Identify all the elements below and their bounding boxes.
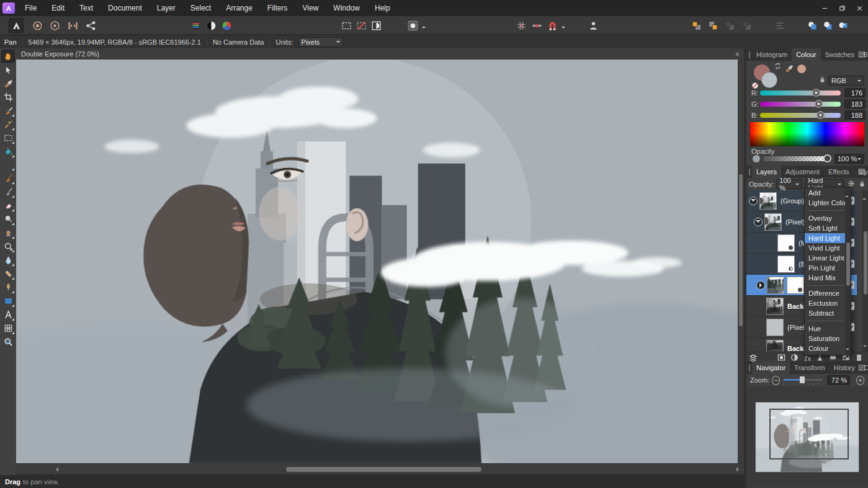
menu-item-subtract[interactable]: Subtract (805, 308, 845, 318)
liquify-persona-icon[interactable] (30, 18, 45, 33)
opacity-slider[interactable] (764, 156, 826, 161)
menu-arrange[interactable]: Arrange (218, 0, 260, 16)
snapping-caret-icon[interactable] (562, 27, 565, 30)
lock-icon[interactable] (819, 76, 826, 84)
menu-edit[interactable]: Edit (44, 0, 72, 16)
canvas-vertical-scrollbar[interactable] (738, 60, 744, 463)
photo-persona-icon[interactable] (9, 18, 24, 33)
adjustment-thumbnail[interactable] (777, 255, 795, 273)
menu-help[interactable]: Help (367, 0, 398, 16)
layer-thumbnail[interactable] (766, 298, 784, 315)
layers-opacity-dropdown[interactable]: 100 % (776, 179, 802, 189)
panel-drag-handle[interactable] (749, 365, 750, 371)
add-layer-effects-icon[interactable]: ƒx (803, 355, 811, 362)
scroll-right-icon[interactable] (736, 467, 741, 472)
zoom-in-icon[interactable]: + (856, 376, 864, 385)
geometry-subtract-icon[interactable] (820, 18, 835, 33)
menu-item-pin-light[interactable]: Pin Light (805, 263, 845, 273)
canvas[interactable] (16, 60, 738, 463)
menu-filters[interactable]: Filters (260, 0, 295, 16)
assistant-icon[interactable] (586, 18, 601, 33)
auto-contrast-icon[interactable] (204, 18, 218, 33)
menu-item-difference[interactable]: Difference (805, 288, 845, 298)
lock-layer-icon[interactable] (859, 180, 866, 189)
toggle-grid-icon[interactable] (514, 18, 529, 33)
scroll-left-icon[interactable] (53, 467, 58, 472)
tab-navigator[interactable]: Navigator (752, 362, 790, 374)
mesh-warp-tool[interactable] (1, 322, 15, 335)
zoom-value-field[interactable]: 72 % (827, 375, 850, 385)
units-dropdown[interactable]: Pixels (298, 37, 343, 47)
layer-thumbnail[interactable] (764, 213, 782, 231)
mask-thumbnail[interactable] (787, 277, 804, 294)
geometry-divide-icon[interactable] (836, 18, 851, 33)
scrollbar-thumb[interactable] (864, 231, 867, 295)
scrollbar-thumb[interactable] (286, 467, 481, 472)
menu-item-lighter-colour[interactable]: Lighter Colour (805, 198, 845, 208)
menu-item-vivid-light[interactable]: Vivid Light (805, 243, 845, 253)
close-document-icon[interactable] (733, 50, 741, 58)
scroll-down-icon[interactable] (846, 348, 849, 352)
snapping-magnet-icon[interactable] (545, 18, 560, 33)
tab-layers[interactable]: Layers (752, 166, 781, 178)
layers-scrollbar[interactable] (862, 190, 868, 352)
collapse-arrow-icon[interactable] (754, 218, 763, 226)
menu-item-soft-light[interactable]: Soft Light (805, 223, 845, 233)
panel-menu-icon[interactable] (858, 364, 866, 371)
marquee-select-tool[interactable] (1, 131, 15, 144)
text-tool[interactable] (1, 308, 15, 321)
selection-brush-tool[interactable] (1, 104, 15, 117)
geometry-add-icon[interactable] (805, 18, 820, 33)
scroll-up-icon[interactable] (862, 190, 866, 200)
canvas-horizontal-scrollbar[interactable] (16, 463, 744, 474)
expand-arrow-icon[interactable] (756, 281, 765, 290)
menu-item-colour[interactable]: Colour (805, 344, 845, 353)
blemish-removal-tool[interactable] (1, 240, 15, 253)
picked-colour-swatch[interactable] (797, 64, 806, 73)
quick-mask-caret-icon[interactable] (422, 27, 426, 30)
menu-item-overlay[interactable]: Overlay (805, 213, 845, 223)
move-to-front-icon[interactable] (689, 18, 704, 33)
auto-colour-icon[interactable] (219, 18, 234, 33)
red-slider[interactable] (760, 91, 841, 95)
blue-slider[interactable] (760, 113, 841, 118)
flood-select-tool[interactable] (1, 118, 15, 131)
tab-colour[interactable]: Colour (792, 48, 820, 61)
collapse-arrow-icon[interactable] (749, 197, 758, 205)
layer-thumbnail[interactable] (759, 192, 777, 210)
menu-text[interactable]: Text (72, 0, 101, 16)
menu-window[interactable]: Window (326, 0, 367, 16)
tone-mapping-persona-icon[interactable] (65, 18, 80, 33)
menu-item-saturation[interactable]: Saturation (805, 334, 845, 344)
red-slider-thumb[interactable] (812, 89, 820, 97)
zoom-tool[interactable] (1, 335, 15, 348)
rectangle-tool[interactable] (1, 295, 15, 308)
close-icon[interactable] (851, 0, 868, 16)
zoom-slider[interactable] (784, 376, 821, 384)
menu-item-luminosity[interactable]: Luminosity (805, 353, 845, 355)
colour-opacity-dropdown[interactable]: 100 % (834, 154, 864, 164)
scroll-down-icon[interactable] (863, 345, 867, 349)
develop-persona-icon[interactable] (47, 18, 62, 33)
menu-item-hue[interactable]: Hue (805, 324, 845, 334)
navigator-viewport-rect[interactable] (769, 409, 849, 459)
panel-menu-icon[interactable] (858, 168, 866, 175)
flood-fill-tool[interactable] (1, 145, 15, 158)
move-forward-icon[interactable] (705, 18, 720, 33)
green-slider-thumb[interactable] (815, 100, 823, 108)
pen-tool[interactable] (1, 281, 15, 294)
quick-mask-icon[interactable] (405, 18, 420, 33)
erase-brush-tool[interactable] (1, 199, 15, 212)
scrollbar-thumb[interactable] (739, 174, 743, 326)
menu-document[interactable]: Document (101, 0, 150, 16)
layer-thumbnail[interactable] (767, 277, 784, 294)
swap-colours-icon[interactable] (774, 62, 782, 71)
scroll-up-icon[interactable] (845, 186, 849, 197)
gradient-t tool[interactable] (1, 158, 15, 171)
panel-drag-handle[interactable] (749, 169, 750, 175)
restore-icon[interactable] (833, 0, 851, 16)
blend-menu-scrollbar[interactable] (845, 188, 851, 355)
green-value[interactable]: 183 (844, 99, 866, 109)
tab-effects[interactable]: Effects (824, 166, 853, 178)
menu-item-hard-mix[interactable]: Hard Mix (805, 273, 845, 283)
